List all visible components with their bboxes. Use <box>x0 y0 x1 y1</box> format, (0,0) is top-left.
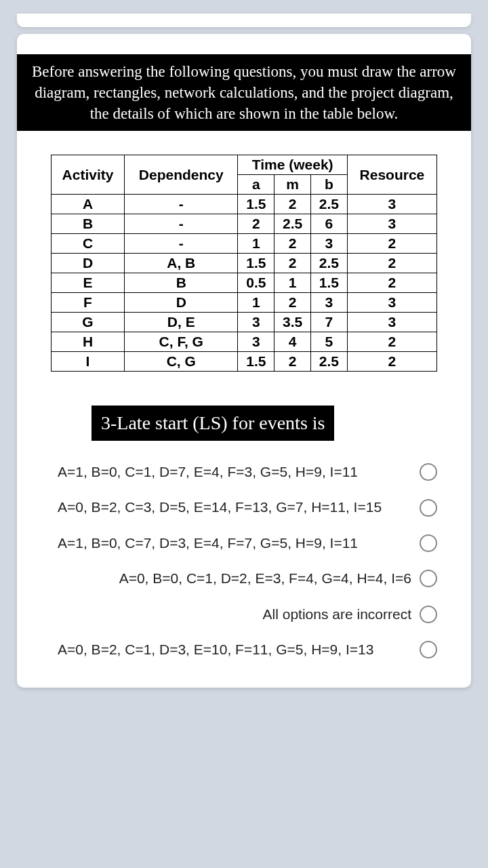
cell-a: 1.5 <box>238 195 274 214</box>
option-text: A=0, B=2, C=3, D=5, E=14, F=13, G=7, H=1… <box>58 498 420 517</box>
cell-activity: C <box>52 234 125 254</box>
cell-activity: E <box>52 273 125 293</box>
answer-option[interactable]: A=0, B=2, C=3, D=5, E=14, F=13, G=7, H=1… <box>44 490 444 525</box>
cell-m: 2 <box>274 195 311 214</box>
cell-a: 2 <box>238 214 274 234</box>
option-text: All options are incorrect <box>58 605 420 624</box>
table-row: B-22.563 <box>52 214 437 234</box>
radio-icon[interactable] <box>420 606 437 623</box>
cell-activity: I <box>52 352 125 372</box>
cell-b: 2.5 <box>311 254 348 273</box>
cell-m: 3.5 <box>274 313 311 332</box>
radio-icon[interactable] <box>420 534 437 552</box>
cell-resource: 3 <box>347 195 436 214</box>
header-time-group: Time (week) <box>238 155 347 175</box>
radio-icon[interactable] <box>420 570 437 587</box>
cell-dependency: - <box>124 214 238 234</box>
cell-activity: D <box>52 254 125 273</box>
answer-option[interactable]: A=1, B=0, C=7, D=3, E=4, F=7, G=5, H=9, … <box>44 526 444 561</box>
cell-a: 1.5 <box>238 254 274 273</box>
table-row: A-1.522.53 <box>52 195 437 214</box>
option-text: A=1, B=0, C=7, D=3, E=4, F=7, G=5, H=9, … <box>58 534 420 553</box>
header-activity: Activity <box>52 155 125 195</box>
cell-resource: 3 <box>347 214 436 234</box>
answer-option[interactable]: All options are incorrect <box>44 597 444 632</box>
answer-option[interactable]: A=0, B=2, C=1, D=3, E=10, F=11, G=5, H=9… <box>44 632 444 667</box>
cell-a: 1 <box>238 293 274 313</box>
cell-b: 1.5 <box>311 273 348 293</box>
cell-activity: F <box>52 293 125 313</box>
cell-b: 5 <box>311 332 348 352</box>
cell-m: 2 <box>274 293 311 313</box>
cell-a: 1.5 <box>238 352 274 372</box>
activity-table: Activity Dependency Time (week) Resource… <box>51 155 437 372</box>
cell-b: 2.5 <box>311 195 348 214</box>
option-text: A=0, B=2, C=1, D=3, E=10, F=11, G=5, H=9… <box>58 640 420 659</box>
radio-icon[interactable] <box>420 499 437 517</box>
table-row: EB0.511.52 <box>52 273 437 293</box>
cell-resource: 2 <box>347 234 436 254</box>
cell-a: 0.5 <box>238 273 274 293</box>
cell-resource: 2 <box>347 254 436 273</box>
cell-activity: B <box>52 214 125 234</box>
option-text: A=0, B=0, C=1, D=2, E=3, F=4, G=4, H=4, … <box>58 569 420 588</box>
cell-a: 1 <box>238 234 274 254</box>
cell-b: 3 <box>311 293 348 313</box>
table-header-row: Activity Dependency Time (week) Resource <box>52 155 437 175</box>
option-text: A=1, B=0, C=1, D=7, E=4, F=3, G=5, H=9, … <box>58 462 420 481</box>
cell-dependency: C, F, G <box>124 332 238 352</box>
cell-dependency: - <box>124 234 238 254</box>
cell-m: 4 <box>274 332 311 352</box>
cell-dependency: A, B <box>124 254 238 273</box>
cell-dependency: B <box>124 273 238 293</box>
table-row: DA, B1.522.52 <box>52 254 437 273</box>
header-b: b <box>311 175 348 195</box>
cell-m: 2 <box>274 234 311 254</box>
cell-m: 2 <box>274 254 311 273</box>
answer-option[interactable]: A=0, B=0, C=1, D=2, E=3, F=4, G=4, H=4, … <box>44 561 444 596</box>
cell-b: 6 <box>311 214 348 234</box>
cell-resource: 2 <box>347 352 436 372</box>
table-row: IC, G1.522.52 <box>52 352 437 372</box>
cell-dependency: D <box>124 293 238 313</box>
cell-b: 3 <box>311 234 348 254</box>
cell-b: 7 <box>311 313 348 332</box>
cell-b: 2.5 <box>311 352 348 372</box>
cell-m: 1 <box>274 273 311 293</box>
cell-m: 2.5 <box>274 214 311 234</box>
cell-activity: H <box>52 332 125 352</box>
cell-activity: A <box>52 195 125 214</box>
cell-activity: G <box>52 313 125 332</box>
cell-a: 3 <box>238 313 274 332</box>
table-row: GD, E33.573 <box>52 313 437 332</box>
card: Before answering the following questions… <box>17 34 471 688</box>
table-row: HC, F, G3452 <box>52 332 437 352</box>
cell-dependency: - <box>124 195 238 214</box>
cell-resource: 3 <box>347 293 436 313</box>
table-container: Activity Dependency Time (week) Resource… <box>17 131 471 385</box>
previous-card-edge <box>17 14 471 27</box>
cell-resource: 2 <box>347 273 436 293</box>
question-title: 3-Late start (LS) for events is <box>92 406 334 441</box>
cell-resource: 2 <box>347 332 436 352</box>
cell-dependency: C, G <box>124 352 238 372</box>
radio-icon[interactable] <box>420 463 437 481</box>
header-dependency: Dependency <box>124 155 238 195</box>
radio-icon[interactable] <box>420 641 437 658</box>
cell-dependency: D, E <box>124 313 238 332</box>
answer-option[interactable]: A=1, B=0, C=1, D=7, E=4, F=3, G=5, H=9, … <box>44 454 444 490</box>
header-resource: Resource <box>347 155 436 195</box>
cell-resource: 3 <box>347 313 436 332</box>
header-a: a <box>238 175 274 195</box>
question-container: 3-Late start (LS) for events is A=1, B=0… <box>17 385 471 688</box>
cell-a: 3 <box>238 332 274 352</box>
intro-text: Before answering the following questions… <box>17 54 471 131</box>
table-row: C-1232 <box>52 234 437 254</box>
header-m: m <box>274 175 311 195</box>
table-row: FD1233 <box>52 293 437 313</box>
cell-m: 2 <box>274 352 311 372</box>
